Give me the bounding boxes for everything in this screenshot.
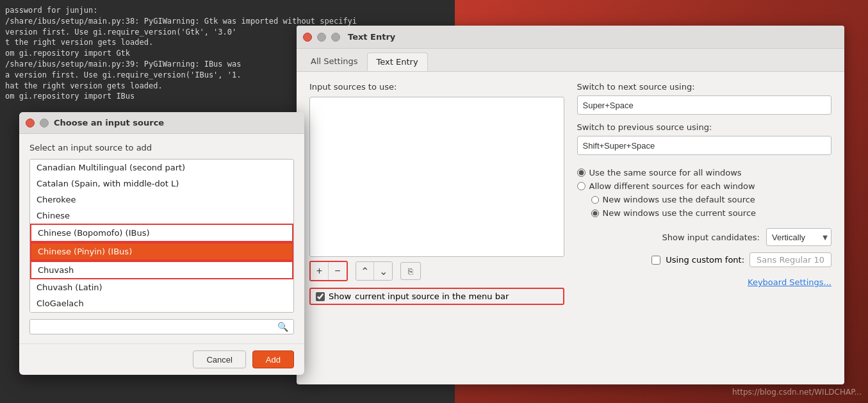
move-up-button[interactable]: ⌃: [356, 262, 374, 280]
list-item[interactable]: Cherokee: [30, 192, 293, 208]
radio-row-different: Allow different sources for each window: [577, 181, 832, 191]
show-row: Show current input source in the menu ba…: [309, 288, 564, 305]
dialog-subtitle: Select an input source to add: [29, 143, 294, 152]
tab-all-settings[interactable]: All Settings: [302, 53, 367, 71]
panel-tabs: All Settings Text Entry: [297, 49, 844, 72]
list-item-chuvash[interactable]: Chuvash: [30, 261, 293, 279]
input-sources-label: Input sources to use:: [309, 82, 564, 92]
candidates-label: Show input candidates:: [662, 233, 760, 242]
text-entry-panel: Text Entry All Settings Text Entry Input…: [297, 26, 844, 384]
search-icon: 🔍: [277, 322, 288, 332]
candidates-dropdown[interactable]: Vertically Horizontally: [766, 228, 831, 246]
dialog-minimize-button[interactable]: [40, 119, 49, 127]
radio-row-same: Use the same source for all windows: [577, 168, 832, 177]
radio-different-source[interactable]: [577, 182, 585, 190]
keyboard-layout-button[interactable]: ⎘: [400, 262, 421, 280]
minimize-button[interactable]: [317, 33, 326, 42]
next-source-input[interactable]: [577, 95, 832, 115]
radio-default-source[interactable]: [591, 196, 599, 204]
url-watermark: https://blog.csdn.net/WILDCHAP...: [732, 388, 862, 397]
radio-label-same: Use the same source for all windows: [589, 168, 742, 177]
prev-source-input[interactable]: [577, 136, 832, 155]
left-column: Input sources to use: + − ⌃ ⌄ ⎘ Show cur…: [309, 82, 564, 305]
panel-body: Input sources to use: + − ⌃ ⌄ ⎘ Show cur…: [297, 72, 844, 315]
dialog-title: Choose an input source: [54, 118, 164, 127]
custom-font-row: Using custom font: Sans Regular 10: [577, 252, 832, 267]
radio-row-default: New windows use the default source: [591, 195, 832, 204]
next-source-label: Switch to next source using:: [577, 82, 832, 92]
keyboard-settings-link[interactable]: Keyboard Settings...: [577, 277, 832, 287]
right-column: Switch to next source using: Switch to p…: [577, 82, 832, 305]
custom-font-label: Using custom font:: [666, 255, 744, 265]
search-input[interactable]: [35, 322, 277, 332]
remove-source-button[interactable]: −: [329, 262, 347, 280]
add-remove-group: + −: [309, 261, 348, 281]
terminal-line: password for junjun:: [5, 5, 450, 16]
custom-font-checkbox[interactable]: [651, 256, 660, 265]
language-list[interactable]: Canadian Multilingual (second part) Cata…: [29, 159, 294, 313]
dialog-footer: Cancel Add: [19, 343, 304, 375]
arrow-buttons: ⌃ ⌄: [356, 261, 393, 281]
prev-source-label: Switch to previous source using:: [577, 122, 832, 132]
radio-label-different: Allow different sources for each window: [589, 181, 755, 191]
radio-current-source[interactable]: [591, 210, 599, 217]
radio-group: Use the same source for all windows Allo…: [577, 168, 832, 218]
show-label: Show: [329, 292, 351, 301]
cancel-button[interactable]: Cancel: [193, 350, 245, 368]
move-down-button[interactable]: ⌄: [374, 262, 392, 280]
input-controls: + − ⌃ ⌄ ⎘: [309, 261, 564, 281]
choose-input-dialog: Choose an input source Select an input s…: [19, 112, 304, 375]
panel-title: Text Entry: [348, 32, 395, 42]
input-sources-box: [309, 97, 564, 257]
list-item[interactable]: Chuvash (Latin): [30, 279, 293, 295]
candidates-row: Show input candidates: Vertically Horizo…: [577, 228, 832, 246]
list-item[interactable]: Chinese: [30, 208, 293, 224]
search-row: 🔍: [29, 319, 294, 334]
radio-row-current: New windows use the current source: [591, 208, 832, 218]
list-item-bopomofo[interactable]: Chinese (Bopomofo) (IBus): [30, 224, 293, 242]
dialog-close-button[interactable]: [26, 119, 35, 127]
radio-label-current: New windows use the current source: [603, 208, 757, 218]
list-item[interactable]: Canadian Multilingual (second part): [30, 160, 293, 176]
font-display: Sans Regular 10: [749, 252, 831, 267]
dialog-body: Select an input source to add Canadian M…: [19, 134, 304, 343]
radio-label-default: New windows use the default source: [603, 195, 755, 204]
candidates-dropdown-wrapper: Vertically Horizontally ▼: [766, 228, 831, 246]
list-item-pinyin[interactable]: Chinese (Pinyin) (IBus): [30, 242, 293, 261]
close-button[interactable]: [303, 33, 312, 42]
panel-titlebar: Text Entry: [297, 26, 844, 49]
show-checkbox[interactable]: [316, 292, 325, 301]
add-button[interactable]: Add: [252, 350, 294, 368]
list-item[interactable]: Catalan (Spain, with middle-dot L): [30, 176, 293, 192]
add-source-button[interactable]: +: [311, 262, 329, 280]
list-item[interactable]: Crimean Tatar (Turkish Alt-Q): [30, 311, 293, 313]
list-item[interactable]: CloGaelach: [30, 295, 293, 311]
show-suffix: current input source in the menu bar: [355, 292, 509, 301]
maximize-button[interactable]: [331, 33, 340, 42]
tab-text-entry[interactable]: Text Entry: [367, 53, 428, 71]
radio-same-source[interactable]: [577, 169, 585, 177]
dialog-titlebar: Choose an input source: [19, 112, 304, 134]
